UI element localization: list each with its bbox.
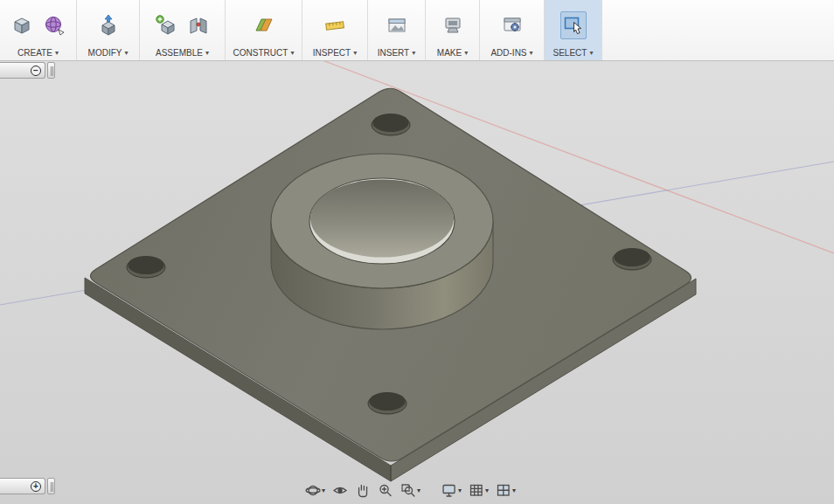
toolbar-group-insert: INSERT ▾	[368, 0, 426, 60]
caret-down-icon: ▾	[458, 487, 462, 494]
caret-down-icon: ▾	[417, 487, 420, 494]
orbit-icon	[305, 483, 321, 498]
inspect-menu-label: INSPECT	[313, 48, 351, 58]
flange-model[interactable]	[85, 88, 696, 481]
press-pull-button[interactable]	[95, 11, 122, 39]
caret-down-icon: ▾	[353, 50, 357, 57]
toolbar-group-create: CREATE ▾	[0, 0, 77, 60]
caret-down-icon: ▾	[485, 487, 489, 494]
caret-down-icon: ▾	[290, 50, 294, 57]
toolbar-spacer	[602, 0, 834, 60]
toolbar-group-construct: CONSTRUCT ▾	[226, 0, 302, 60]
insert-image-icon	[386, 14, 408, 37]
construct-menu[interactable]: CONSTRUCT ▾	[233, 45, 295, 60]
caret-down-icon: ▾	[512, 487, 516, 494]
pan-button[interactable]	[352, 480, 373, 500]
look-at-button[interactable]	[330, 480, 351, 500]
collapse-minus-icon[interactable]: −	[31, 66, 41, 76]
grid-and-snaps-button[interactable]: ▾	[466, 480, 491, 500]
toolbar-group-modify: MODIFY ▾	[77, 0, 140, 60]
assemble-menu-label: ASSEMBLE	[156, 48, 203, 58]
toolbar-group-addins: ADD-INS ▾	[480, 0, 545, 60]
caret-down-icon: ▾	[124, 50, 128, 57]
caret-down-icon: ▾	[55, 50, 59, 57]
joint-icon	[187, 14, 210, 37]
viewports-button[interactable]: ▾	[493, 480, 518, 500]
make-button[interactable]	[440, 11, 466, 39]
modify-menu[interactable]: MODIFY ▾	[88, 45, 129, 60]
grid-icon	[469, 483, 484, 498]
browser-collapse-handle-bottom[interactable]: +	[0, 478, 45, 494]
caret-down-icon: ▾	[589, 50, 593, 57]
3d-print-icon	[441, 14, 464, 37]
new-component-button[interactable]	[153, 11, 179, 39]
insert-menu-label: INSERT	[378, 48, 410, 58]
select-menu[interactable]: SELECT ▾	[553, 45, 594, 60]
assemble-menu[interactable]: ASSEMBLE ▾	[156, 45, 209, 60]
corner-hole-top[interactable]	[372, 114, 410, 135]
construct-plane-button[interactable]	[251, 11, 277, 39]
inspect-menu[interactable]: INSPECT ▾	[313, 45, 357, 60]
caret-down-icon: ▾	[464, 50, 468, 57]
viewports-icon	[496, 483, 511, 498]
select-cursor-icon	[562, 14, 585, 37]
construct-plane-icon	[253, 14, 275, 37]
modify-menu-label: MODIFY	[88, 48, 122, 58]
expand-plus-icon[interactable]: +	[31, 481, 41, 492]
press-pull-icon	[97, 14, 120, 37]
make-menu[interactable]: MAKE ▾	[437, 45, 468, 60]
orbit-button[interactable]: ▾	[302, 480, 328, 500]
insert-button[interactable]	[384, 11, 410, 39]
browser-grip-bottom[interactable]	[47, 478, 55, 494]
create-solid-button[interactable]	[9, 11, 35, 39]
corner-hole-left[interactable]	[127, 256, 165, 278]
model-viewport[interactable]	[0, 61, 834, 504]
browser-grip-top[interactable]	[47, 62, 55, 79]
zoom-window-icon	[400, 483, 416, 498]
caret-down-icon: ▾	[205, 50, 209, 57]
display-settings-icon	[441, 483, 457, 498]
viewport-canvas[interactable]	[0, 61, 834, 504]
measure-button[interactable]	[322, 11, 348, 39]
scripts-addins-icon	[501, 14, 524, 37]
toolbar-group-select: SELECT ▾	[545, 0, 602, 60]
joint-button[interactable]	[185, 11, 212, 39]
navigation-bar: ▾ ▾ ▾	[302, 480, 518, 500]
construct-menu-label: CONSTRUCT	[233, 48, 288, 58]
new-component-icon	[155, 14, 177, 37]
select-menu-label: SELECT	[553, 48, 587, 58]
addins-menu[interactable]: ADD-INS ▾	[490, 45, 532, 60]
caret-down-icon: ▾	[322, 487, 325, 494]
browser-collapse-handle-top[interactable]: −	[0, 62, 45, 79]
create-solid-icon	[10, 14, 33, 37]
pan-icon	[355, 483, 371, 498]
display-settings-button[interactable]: ▾	[439, 480, 464, 500]
toolbar-group-make: MAKE ▾	[426, 0, 480, 60]
zoom-icon	[378, 483, 393, 498]
insert-menu[interactable]: INSERT ▾	[378, 45, 416, 60]
corner-hole-bottom[interactable]	[368, 392, 407, 414]
bore-inner-wall	[310, 180, 454, 258]
zoom-window-button[interactable]: ▾	[398, 480, 423, 500]
addins-menu-label: ADD-INS	[490, 48, 526, 58]
create-form-button[interactable]	[41, 11, 67, 39]
select-button[interactable]	[560, 11, 587, 39]
scripts-addins-button[interactable]	[499, 11, 525, 39]
caret-down-icon: ▾	[412, 50, 415, 57]
corner-hole-right[interactable]	[613, 248, 651, 270]
look-at-icon	[332, 483, 348, 498]
toolbar-group-assemble: ASSEMBLE ▾	[140, 0, 226, 60]
measure-icon	[323, 14, 346, 37]
create-form-icon	[43, 14, 66, 37]
caret-down-icon: ▾	[530, 50, 533, 57]
zoom-button[interactable]	[375, 480, 396, 500]
main-toolbar: CREATE ▾ MODIFY ▾	[0, 0, 834, 61]
create-menu-label: CREATE	[17, 48, 52, 58]
toolbar-group-inspect: INSPECT ▾	[302, 0, 368, 60]
create-menu[interactable]: CREATE ▾	[17, 45, 59, 60]
make-menu-label: MAKE	[437, 48, 462, 58]
